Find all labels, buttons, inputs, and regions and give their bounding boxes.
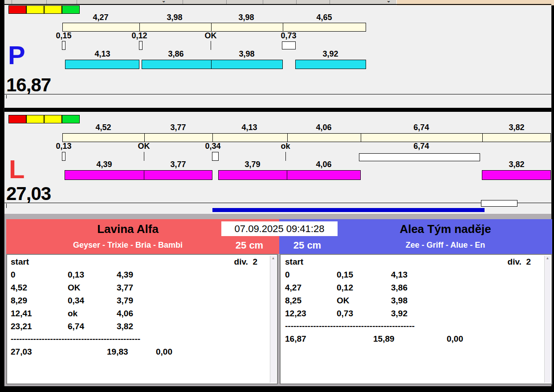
crossing-time-label: 0,13 — [46, 142, 81, 151]
right-team-name: Alea Tým naděje — [338, 223, 552, 235]
run-time-label: 4,13 — [76, 50, 129, 58]
table-scrollbar[interactable]: ▲ — [270, 256, 276, 383]
run-time-label: 3,77 — [151, 160, 205, 169]
table-header-division: div. 2 — [234, 257, 257, 267]
crossing-time-label: 6,74 — [395, 142, 448, 151]
run-time-label: 3,82 — [490, 160, 543, 169]
split-bar — [62, 133, 551, 142]
table-cell: 8,25 — [285, 296, 301, 306]
run-bar — [211, 60, 283, 69]
section-divider — [4, 4, 551, 5]
status-light-red — [8, 5, 26, 14]
split-bar-divider — [144, 134, 145, 142]
scroll-up-arrow-icon[interactable]: ▲ — [270, 256, 276, 261]
split-time-label: 4,27 — [74, 13, 127, 22]
crossing-tick — [211, 41, 211, 50]
split-time-label: 4,13 — [223, 123, 276, 132]
lane-total-time: 27,03 — [6, 184, 51, 203]
clock-display: 07.09.2025 09:41:28 — [221, 221, 338, 236]
crossing-time-label: 0,73 — [271, 32, 306, 40]
split-bar-divider — [283, 23, 283, 31]
split-bar — [62, 23, 366, 32]
tick-mark — [6, 95, 7, 98]
split-bar-divider — [482, 134, 483, 142]
table-header-start: start — [11, 257, 29, 267]
right-jump-height: 25 cm — [281, 240, 334, 251]
scroll-up-arrow-icon[interactable]: ▲ — [545, 256, 550, 261]
table-cell: 4,06 — [117, 309, 133, 318]
table-cell: 4,13 — [391, 270, 407, 280]
crossing-time-label: 0,12 — [122, 32, 157, 40]
crossing-time-label: 0,15 — [46, 32, 81, 40]
table-total: 19,83 — [107, 347, 128, 357]
toolbar-separator — [263, 0, 263, 4]
table-header-division: div. 2 — [508, 257, 531, 267]
divider-line — [4, 203, 551, 203]
split-bar-divider — [212, 134, 213, 142]
status-light-green — [62, 5, 80, 14]
table-cell: 3,92 — [391, 309, 407, 318]
toolbar-separator — [77, 0, 77, 4]
status-light-red — [8, 115, 26, 123]
table-cell: 4,39 — [117, 270, 133, 280]
split-bar-divider — [287, 134, 288, 142]
split-time-label: 6,74 — [395, 123, 448, 132]
table-cell: 3,86 — [391, 283, 407, 293]
run-time-label: 3,92 — [304, 50, 357, 58]
lane-letter: P — [8, 43, 25, 68]
table-cell: 6,74 — [68, 322, 84, 331]
table-cell: OK — [68, 283, 81, 293]
table-cell: 0,73 — [337, 309, 353, 318]
section-divider — [4, 108, 551, 112]
split-time-label: 4,52 — [77, 123, 130, 132]
crossing-box — [282, 41, 296, 49]
left-jump-height: 25 cm — [223, 240, 276, 251]
marker-box — [481, 200, 517, 207]
progress-bar — [212, 208, 485, 212]
table-cell: 0 — [285, 270, 290, 280]
table-cell: 23,21 — [11, 322, 32, 331]
table-cell: 3,98 — [391, 296, 407, 306]
run-bar — [65, 60, 139, 69]
table-cell: 3,82 — [117, 322, 133, 331]
run-bar — [295, 60, 366, 69]
crossing-box — [62, 152, 65, 161]
run-time-label: 3,79 — [226, 160, 279, 169]
table-cell: 0 — [11, 270, 16, 280]
split-bar-divider — [211, 23, 212, 31]
run-bar — [287, 170, 361, 180]
crossing-time-label: 0,34 — [195, 142, 231, 151]
split-time-label: 3,98 — [148, 13, 201, 22]
crossing-time-label: OK — [126, 142, 162, 151]
table-separator: ----------------------------------------… — [11, 334, 140, 344]
status-light-yellow — [26, 115, 44, 123]
run-time-label: 3,86 — [149, 50, 203, 58]
crossing-tick — [285, 152, 286, 161]
table-scrollbar[interactable]: ▲ — [544, 256, 550, 383]
run-time-label: 4,06 — [297, 160, 350, 169]
table-cell: 4,52 — [11, 283, 27, 293]
toolbar-separator — [296, 0, 297, 4]
divider-line — [4, 94, 551, 94]
table-cell: 12,23 — [285, 309, 306, 318]
run-time-label: 4,39 — [77, 160, 131, 169]
split-time-label: 4,65 — [297, 13, 351, 22]
status-light-yellow — [44, 5, 62, 14]
timing-app-screen: ⌄ ˙ ⌄ 4,27 3,98 3,98 4,65 0,15 0,12 OK 0… — [0, 0, 554, 392]
lane-letter: L — [9, 157, 24, 182]
table-cell: 12,41 — [11, 309, 32, 318]
table-cell: 0,13 — [68, 270, 84, 280]
toolbar-separator — [183, 0, 183, 4]
split-bar-divider — [361, 134, 361, 142]
table-total: 15,89 — [373, 334, 395, 344]
split-time-label: 3,98 — [220, 13, 273, 22]
toolbar-separator — [12, 0, 12, 4]
left-result-table: start div. 2 0 0,13 4,39 4,52 OK 3,77 8,… — [6, 254, 278, 384]
crossing-box — [139, 41, 143, 50]
chevron-down-icon: ⌄ — [387, 0, 391, 3]
run-bar — [142, 60, 212, 69]
crossing-box — [62, 41, 65, 50]
table-separator: ----------------------------------------… — [285, 321, 415, 331]
crossing-box — [212, 152, 219, 161]
left-team-name: Lavina Alfa — [6, 223, 249, 235]
